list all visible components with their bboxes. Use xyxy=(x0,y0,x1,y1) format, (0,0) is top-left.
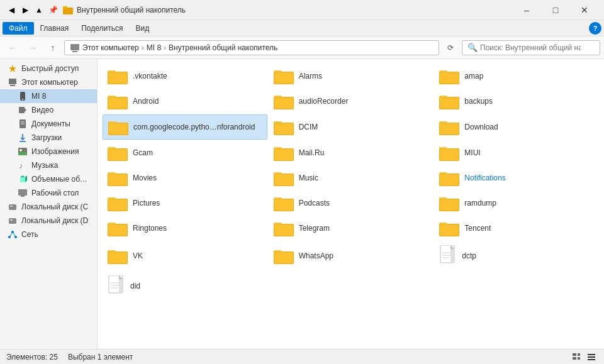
list-view-button[interactable] xyxy=(570,351,583,363)
sidebar-item-3d[interactable]: Объемные объекти xyxy=(0,172,97,186)
docs-icon xyxy=(18,119,28,129)
svg-rect-26 xyxy=(10,219,13,221)
svg-rect-51 xyxy=(274,97,293,109)
menu-home[interactable]: Главная xyxy=(34,22,76,35)
svg-rect-119 xyxy=(108,252,127,263)
file-item-dctp[interactable]: dctp xyxy=(434,241,599,270)
sidebar-item-network[interactable]: Сеть xyxy=(0,228,97,241)
folder-icon xyxy=(274,119,294,135)
path-mi8[interactable]: MI 8 xyxy=(147,43,161,52)
svg-rect-123 xyxy=(274,252,293,263)
file-item-tencent[interactable]: Tencent xyxy=(434,216,599,240)
file-item-alarms[interactable]: Alarms xyxy=(269,64,433,88)
sidebar-item-mi8[interactable]: MI 8 xyxy=(0,89,97,103)
sidebar-item-quick-access[interactable]: Быстрый доступ xyxy=(0,62,97,75)
path-storage[interactable]: Внутренний общий накопитель xyxy=(169,43,277,52)
file-item-mailru[interactable]: Mail.Ru xyxy=(269,141,433,165)
file-name: DCIM xyxy=(299,123,318,131)
sidebar: Быстрый доступ Этот компьютер MI 8 Видео… xyxy=(0,59,98,349)
forward-button[interactable]: ▶ xyxy=(19,4,31,16)
sidebar-item-images[interactable]: Изображения xyxy=(0,145,97,158)
search-input[interactable] xyxy=(480,43,581,52)
file-item-telegram[interactable]: Telegram xyxy=(269,216,433,240)
file-item-android[interactable]: Android xyxy=(103,89,267,113)
file-item-miui[interactable]: MIUI xyxy=(434,141,599,165)
svg-rect-75 xyxy=(274,149,293,160)
svg-rect-103 xyxy=(440,199,459,211)
file-item-whatsapp[interactable]: WhatsApp xyxy=(269,241,433,270)
star-icon xyxy=(8,63,18,74)
file-item-amap[interactable]: amap xyxy=(434,64,599,88)
svg-rect-6 xyxy=(10,85,15,86)
sidebar-label-music: Музыка xyxy=(31,161,58,170)
svg-rect-79 xyxy=(440,149,459,160)
file-item-googlecode[interactable]: com.googlecode.pytho…nforandroid xyxy=(103,114,267,140)
file-item-music[interactable]: Music xyxy=(269,166,433,190)
file-item-audiorecorder[interactable]: audioRecorder xyxy=(269,89,433,113)
file-item-download[interactable]: Download xyxy=(434,114,599,140)
svg-rect-1 xyxy=(63,6,67,9)
folder-icon xyxy=(274,248,294,264)
nav-up[interactable]: ↑ xyxy=(44,39,62,57)
menu-share[interactable]: Поделиться xyxy=(75,22,129,35)
sidebar-label-3d: Объемные объекти xyxy=(31,175,92,184)
disk-c-icon xyxy=(8,202,18,212)
svg-rect-83 xyxy=(108,174,127,185)
close-button[interactable]: ✕ xyxy=(570,0,599,20)
menu-file[interactable]: Файл xyxy=(3,22,34,35)
status-bar: Элементов: 25 Выбран 1 элемент xyxy=(0,349,604,364)
cube-icon xyxy=(18,174,28,184)
sidebar-item-video[interactable]: Видео xyxy=(0,103,97,117)
folder-icon xyxy=(439,220,459,236)
file-item-ringtones[interactable]: Ringtones xyxy=(103,216,267,240)
file-item-movies[interactable]: Movies xyxy=(103,166,267,190)
up-button[interactable]: ▲ xyxy=(33,4,45,16)
sidebar-label-docs: Документы xyxy=(31,119,70,128)
file-item-backups[interactable]: backups xyxy=(434,89,599,113)
sidebar-item-disk-c[interactable]: Локальный диск (С xyxy=(0,200,97,214)
maximize-button[interactable]: □ xyxy=(541,0,570,20)
sidebar-item-desktop[interactable]: Рабочий стол xyxy=(0,186,97,200)
nav-forward[interactable]: → xyxy=(24,39,42,57)
file-name: backups xyxy=(464,97,493,106)
file-item-dcim[interactable]: DCIM xyxy=(269,114,433,140)
sidebar-item-this-pc[interactable]: Этот компьютер xyxy=(0,75,97,89)
path-pc[interactable]: Этот компьютер xyxy=(82,43,139,52)
folder-icon xyxy=(108,93,128,109)
address-path[interactable]: Этот компьютер › MI 8 › Внутренний общий… xyxy=(64,40,439,55)
svg-rect-99 xyxy=(274,199,293,211)
file-item-vk[interactable]: VK xyxy=(103,241,267,270)
main-area: Быстрый доступ Этот компьютер MI 8 Видео… xyxy=(0,59,604,349)
file-item-ramdump[interactable]: ramdump xyxy=(434,191,599,215)
svg-rect-2 xyxy=(70,44,79,50)
svg-rect-140 xyxy=(588,354,595,355)
network-icon xyxy=(8,229,18,240)
file-item-did[interactable]: did xyxy=(103,272,267,301)
svg-line-30 xyxy=(9,232,13,237)
svg-point-8 xyxy=(22,99,23,100)
file-item-vkontakte[interactable]: .vkontakte xyxy=(103,64,267,88)
back-button[interactable]: ◀ xyxy=(5,4,18,16)
sidebar-label-this-pc: Этот компьютер xyxy=(21,78,78,87)
svg-rect-35 xyxy=(108,72,127,84)
sidebar-item-downloads[interactable]: Загрузки xyxy=(0,131,97,145)
sidebar-item-disk-d[interactable]: Локальный диск (D xyxy=(0,214,97,228)
sidebar-label-quick-access: Быстрый доступ xyxy=(21,64,79,73)
file-item-gcam[interactable]: Gcam xyxy=(103,141,267,165)
file-item-notifications[interactable]: Notifications xyxy=(434,166,599,190)
file-name: Pictures xyxy=(133,199,160,207)
nav-back[interactable]: ← xyxy=(4,39,21,57)
file-name: Tencent xyxy=(464,224,491,233)
sidebar-item-docs[interactable]: Документы xyxy=(0,117,97,131)
details-view-button[interactable] xyxy=(585,351,598,363)
minimize-button[interactable]: – xyxy=(512,0,541,20)
refresh-button[interactable]: ⟳ xyxy=(442,39,459,57)
sidebar-item-music[interactable]: ♪ Музыка xyxy=(0,158,97,172)
menu-view[interactable]: Вид xyxy=(129,22,155,35)
svg-line-31 xyxy=(13,232,16,237)
file-item-podcasts[interactable]: Podcasts xyxy=(269,191,433,215)
pin-button[interactable]: 📌 xyxy=(47,4,59,16)
file-item-pictures[interactable]: Pictures xyxy=(103,191,267,215)
disk-d-icon xyxy=(8,216,18,226)
help-button[interactable]: ? xyxy=(589,22,601,35)
